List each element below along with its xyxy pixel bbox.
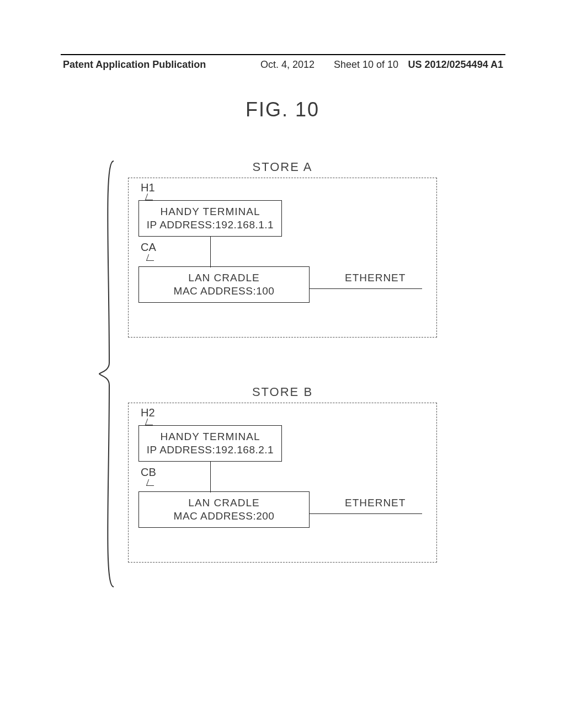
terminal-ref-b: H2: [141, 406, 155, 419]
terminal-name-b: HANDY TERMINAL: [139, 431, 281, 443]
lan-cradle-box-a: LAN CRADLE MAC ADDRESS:100: [138, 266, 310, 303]
store-a-frame: H1 HANDY TERMINAL IP ADDRESS:192.168.1.1…: [128, 178, 437, 338]
figure-title: FIG. 10: [0, 98, 565, 121]
ethernet-connector-b: [310, 513, 422, 514]
cradle-ref-tick-a: [146, 254, 156, 261]
store-a-title: STORE A: [128, 160, 437, 174]
store-b-title: STORE B: [128, 385, 437, 399]
store-b-frame: H2 HANDY TERMINAL IP ADDRESS:192.168.2.1…: [128, 403, 437, 563]
terminal-cradle-connector-a: [210, 237, 211, 267]
cradle-name-a: LAN CRADLE: [139, 272, 309, 284]
cradle-name-b: LAN CRADLE: [139, 497, 309, 509]
terminal-ref-tick-a: [145, 194, 155, 200]
terminal-cradle-connector-b: [210, 462, 211, 493]
ethernet-label-b: ETHERNET: [345, 497, 406, 509]
store-a: STORE A H1 HANDY TERMINAL IP ADDRESS:192…: [128, 160, 437, 338]
ethernet-label-a: ETHERNET: [345, 272, 406, 284]
ethernet-connector-a: [310, 288, 422, 289]
handy-terminal-box-b: HANDY TERMINAL IP ADDRESS:192.168.2.1: [138, 425, 282, 462]
store-b: STORE B H2 HANDY TERMINAL IP ADDRESS:192…: [128, 385, 437, 563]
header-rule: [61, 54, 505, 55]
lan-cradle-box-b: LAN CRADLE MAC ADDRESS:200: [138, 491, 310, 528]
terminal-name-a: HANDY TERMINAL: [139, 206, 281, 218]
sheet-number: Sheet 10 of 10: [334, 59, 398, 71]
cradle-ref-tick-b: [146, 479, 156, 486]
cradle-ref-b: CB: [141, 466, 156, 479]
handy-terminal-box-a: HANDY TERMINAL IP ADDRESS:192.168.1.1: [138, 200, 282, 237]
publication-number: US 2012/0254494 A1: [408, 59, 503, 71]
publication-label: Patent Application Publication: [63, 59, 206, 71]
publication-date: Oct. 4, 2012: [260, 59, 315, 71]
cradle-mac-b: MAC ADDRESS:200: [139, 510, 309, 522]
terminal-ref-a: H1: [141, 181, 155, 194]
terminal-ip-b: IP ADDRESS:192.168.2.1: [139, 444, 281, 456]
terminal-ip-a: IP ADDRESS:192.168.1.1: [139, 219, 281, 231]
curly-brace-icon: [98, 159, 115, 589]
cradle-ref-a: CA: [141, 241, 156, 254]
terminal-ref-tick-b: [145, 419, 155, 425]
cradle-mac-a: MAC ADDRESS:100: [139, 285, 309, 297]
